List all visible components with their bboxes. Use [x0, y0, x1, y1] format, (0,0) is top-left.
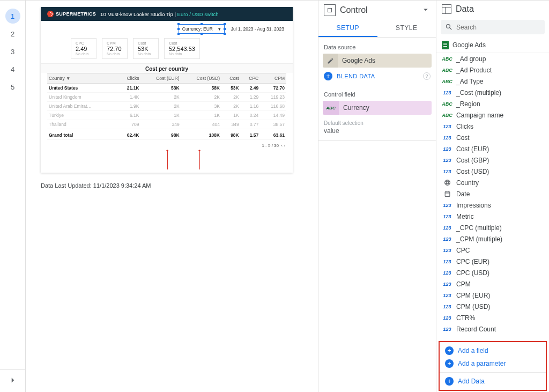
date-range[interactable]: Jul 1, 2023 - Aug 31, 2023 [228, 25, 287, 33]
tab-setup[interactable]: SETUP [318, 19, 377, 37]
column-header[interactable]: Country ▼ [47, 73, 117, 84]
default-selection-value[interactable]: value [318, 126, 436, 140]
column-header[interactable]: Cost [221, 73, 241, 84]
help-icon[interactable]: ? [423, 72, 431, 80]
field-item[interactable]: 123_Cost (multiple) [436, 87, 549, 98]
scorecard[interactable]: CPM72.70No data [102, 38, 128, 59]
field-name: CPM [456, 280, 471, 288]
tab-style[interactable]: STYLE [377, 19, 436, 37]
brand-name: SUPERMETRICS [56, 11, 96, 17]
table-row[interactable]: Türkiye6.1K1K1K1K0.2414.49 [47, 111, 286, 120]
page-thumb-5[interactable]: 5 [5, 79, 20, 94]
data-source-chip[interactable]: Google Ads [323, 54, 432, 68]
field-item[interactable]: 123CPM [436, 278, 549, 290]
page-strip-expand[interactable] [0, 369, 25, 392]
field-item[interactable]: ABC_Region [436, 98, 549, 109]
field-item[interactable]: 123_CPC (multiple) [436, 222, 549, 233]
field-item[interactable]: 123Cost (USD) [436, 166, 549, 177]
scorecard[interactable]: CPC2.49No data [71, 38, 97, 59]
field-item[interactable]: ABC_Ad group [436, 53, 549, 64]
column-header[interactable]: Cost (EUR) [140, 73, 181, 84]
add-data-button[interactable]: +Add Data [440, 375, 546, 388]
number-type-icon: 123 [442, 236, 452, 242]
add-field-button[interactable]: +Add a field [440, 344, 546, 357]
page-thumb-3[interactable]: 3 [5, 44, 20, 59]
control-field-label: Control field [318, 85, 436, 101]
field-search[interactable] [441, 20, 545, 34]
report-canvas[interactable]: SUPERMETRICS 10 Must-know Looker Studio … [26, 1, 318, 392]
field-item[interactable]: 123Cost [436, 132, 549, 143]
table-row[interactable]: Thailand7093494043490.7738.57 [47, 120, 286, 129]
data-source-name: Google Ads [338, 57, 375, 64]
field-item[interactable]: 123CPM (EUR) [436, 290, 549, 301]
field-item[interactable]: ABCCampaign name [436, 109, 549, 121]
number-type-icon: 123 [442, 282, 452, 287]
field-item[interactable]: 123Cost (EUR) [436, 143, 549, 154]
field-item[interactable]: 123Metric [436, 211, 549, 222]
field-type-badge: ABC [323, 101, 339, 115]
field-item[interactable]: Date [436, 188, 549, 199]
number-type-icon: 123 [442, 270, 452, 276]
number-type-icon: 123 [442, 90, 452, 95]
plus-circle-icon: + [445, 377, 454, 386]
page-thumb-4[interactable]: 4 [5, 62, 20, 77]
search-icon [445, 23, 453, 31]
data-source-title[interactable]: Google Ads [436, 38, 549, 53]
page-thumb-1[interactable]: 1 [5, 9, 20, 24]
data-panel-title: Data [456, 4, 474, 14]
abc-type-icon: ABC [442, 79, 452, 84]
field-name: _Ad Type [456, 78, 483, 85]
field-item[interactable]: 123Record Count [436, 323, 549, 335]
page-thumb-2[interactable]: 2 [5, 26, 20, 41]
scorecard[interactable]: Cost52,543.53No data [164, 38, 200, 59]
blend-data-button[interactable]: + BLEND DATA ? [318, 68, 436, 85]
number-type-icon: 123 [442, 135, 452, 140]
field-name: _Ad group [456, 55, 486, 63]
number-type-icon: 123 [442, 203, 452, 208]
field-name: Impressions [456, 202, 491, 209]
field-item[interactable]: 123CPC (EUR) [436, 256, 549, 267]
column-header[interactable]: CPM [260, 73, 286, 84]
field-name: _Region [456, 100, 480, 108]
abc-type-icon: ABC [442, 101, 452, 107]
field-item[interactable]: 123Cost (GBP) [436, 154, 549, 166]
number-type-icon: 123 [442, 293, 452, 298]
number-type-icon: 123 [442, 327, 452, 332]
scorecard[interactable]: Cost53KNo data [133, 38, 159, 59]
report-frame: SUPERMETRICS 10 Must-know Looker Studio … [41, 7, 293, 173]
table-row[interactable]: United States21.1K53K58K53K2.4972.70 [47, 84, 286, 93]
add-section-highlight: +Add a field +Add a parameter +Add Data [439, 341, 547, 391]
grand-total-row: Grand total62.4K98K108K98K1.5763.61 [47, 129, 286, 140]
field-item[interactable]: 123Impressions [436, 199, 549, 211]
field-item[interactable]: 123CPC [436, 245, 549, 256]
field-name: CPM (USD) [456, 303, 490, 310]
search-input[interactable] [456, 24, 540, 31]
column-header[interactable]: Clicks [117, 73, 141, 84]
field-item[interactable]: ABC_Ad Type [436, 76, 549, 87]
field-item[interactable]: 123_CPM (multiple) [436, 233, 549, 245]
brand-logo: SUPERMETRICS [47, 11, 96, 17]
field-item[interactable]: 123Clicks [436, 121, 549, 132]
abc-type-icon: ABC [442, 56, 452, 62]
table-row[interactable]: United Arab Emirat…1.9K2K3K2K1.16116.68 [47, 102, 286, 111]
plus-circle-icon: + [445, 346, 454, 355]
field-item[interactable]: 123CPC (USD) [436, 267, 549, 278]
abc-type-icon: ABC [442, 68, 452, 73]
table-row[interactable]: United Kingdom1.4K2K2K2K1.29119.23 [47, 93, 286, 102]
add-parameter-button[interactable]: +Add a parameter [440, 357, 546, 370]
currency-control-selected[interactable]: Currency: EUR ▾ [179, 24, 225, 34]
column-header[interactable]: CPC [241, 73, 260, 84]
number-type-icon: 123 [442, 259, 452, 264]
pencil-icon[interactable] [323, 54, 338, 68]
field-name: _Cost (multiple) [456, 89, 501, 97]
field-item[interactable]: Country [436, 177, 549, 188]
chevron-down-icon[interactable] [421, 5, 431, 16]
field-item[interactable]: 123CPM (USD) [436, 301, 549, 312]
field-name: Country [456, 179, 479, 187]
field-name: Cost [456, 134, 470, 142]
control-field-chip[interactable]: ABC Currency [323, 101, 432, 115]
number-type-icon: 123 [442, 225, 452, 231]
column-header[interactable]: Cost (USD) [181, 73, 221, 84]
field-item[interactable]: ABC_Ad Product [436, 64, 549, 76]
field-item[interactable]: 123CTR% [436, 312, 549, 323]
